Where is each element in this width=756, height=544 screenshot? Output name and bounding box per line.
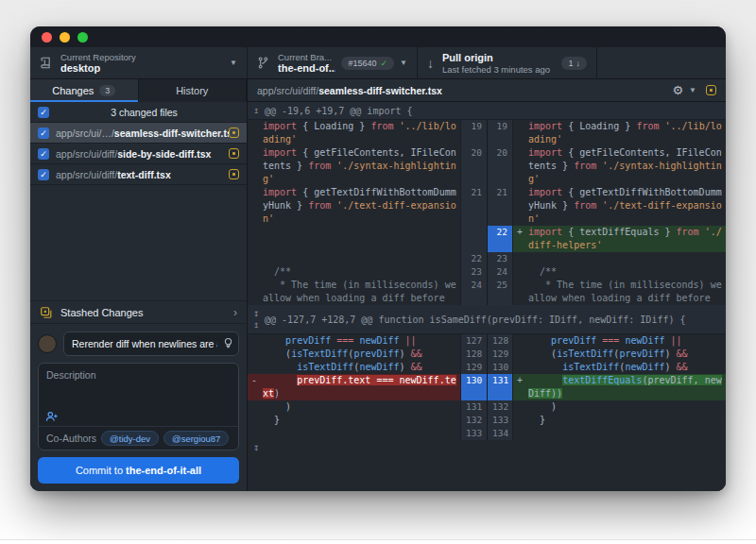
new-line-number[interactable]: 129 (487, 348, 513, 361)
diff-panel: app/src/ui/diff/seamless-diff-switcher.t… (248, 79, 726, 491)
old-code-cell: import { Loading } from '../lib/loading' (248, 120, 460, 146)
diff-row: }132133 } (248, 414, 726, 427)
diff-options-button[interactable]: ⚙▼ (672, 83, 696, 97)
old-line-number[interactable]: 132 (460, 414, 487, 427)
old-line-number[interactable]: 23 (460, 265, 487, 279)
new-code-cell: isTextDiff(newDiff) && (513, 361, 726, 374)
new-line-number[interactable]: 23 (487, 252, 513, 265)
diff-row: /**2324 /** (248, 265, 726, 279)
new-line-number[interactable]: 20 (487, 146, 513, 186)
tab-history[interactable]: History (139, 79, 248, 102)
new-line-number[interactable]: 24 (487, 265, 513, 279)
select-all-checkbox[interactable]: ✓ (38, 107, 49, 118)
commit-form: Description Co-Authors @tidy-dev@sergiou… (30, 324, 247, 491)
pull-count-badge: 1 ↓ (561, 57, 587, 70)
current-repository-button[interactable]: Current Repository desktop ▼ (30, 47, 248, 78)
old-line-number[interactable]: 133 (460, 427, 487, 440)
new-line-number[interactable]: 21 (487, 186, 513, 226)
old-line-number[interactable]: 20 (460, 146, 487, 186)
changed-files-count: 3 changed files (49, 107, 239, 118)
old-line-number[interactable]: 131 (460, 400, 487, 414)
file-row[interactable]: ✓app/src/ui/…/seamless-diff-switcher.tsx (30, 123, 247, 144)
add-coauthor-icon[interactable] (45, 411, 59, 422)
lightbulb-icon[interactable] (223, 337, 233, 349)
new-line-number[interactable]: 132 (487, 400, 513, 414)
new-code-cell: (isTextDiff(prevDiff) && (513, 348, 726, 361)
hunk-header-text: @@ -127,7 +128,7 @@ function isSameDiff(… (265, 314, 726, 325)
stashed-changes-row[interactable]: Stashed Changes › (30, 300, 247, 324)
coauthor-pill[interactable]: @tidy-dev (101, 431, 159, 446)
hunk-header-text: @@ -19,6 +19,7 @@ import { (265, 106, 726, 116)
diff-row: isTextDiff(newDiff) &&129130 isTextDiff(… (248, 361, 726, 374)
expand-hunk-up-icon[interactable]: ↥ (253, 105, 259, 116)
close-window-button[interactable] (42, 32, 52, 42)
old-code-cell: } (248, 414, 460, 427)
zoom-window-button[interactable] (77, 32, 88, 42)
commit-description-input[interactable]: Description (39, 364, 238, 426)
new-line-number[interactable]: 19 (487, 120, 513, 146)
file-checkbox[interactable]: ✓ (38, 169, 49, 180)
expand-hunk-down-icon[interactable]: ↧ (253, 308, 259, 319)
tab-changes[interactable]: Changes 3 (30, 79, 139, 102)
old-line-number[interactable]: 21 (460, 186, 487, 226)
old-line-number[interactable]: 22 (460, 252, 487, 265)
new-code-cell: import { getFileContents, IFileContents … (513, 146, 726, 186)
branch-icon (257, 57, 269, 69)
new-line-number[interactable]: 22 (487, 226, 513, 252)
expand-hunk-down-icon[interactable]: ↧ (253, 442, 259, 453)
new-code-cell: import { getTextDiffWithBottomDummyHunk … (513, 186, 726, 226)
pull-subtitle: Last fetched 3 minutes ago (442, 64, 556, 75)
old-line-number[interactable]: 24 (460, 279, 487, 305)
old-code-cell: import { getTextDiffWithBottomDummyHunk … (248, 186, 460, 226)
diff-file-path: app/src/ui/diff/seamless-diff-switcher.t… (257, 85, 672, 96)
old-code-cell: * The time (in milliseconds) we allow wh… (248, 279, 460, 305)
old-code-cell: isTextDiff(newDiff) && (248, 361, 460, 374)
modified-status-icon (229, 128, 239, 138)
new-line-number[interactable]: 131 (487, 374, 513, 400)
expand-hunk-up-icon[interactable]: ↥ (253, 319, 259, 331)
deleted-marker: - (251, 374, 257, 387)
commit-button[interactable]: Commit to the-end-of-it-all (38, 457, 239, 484)
chevron-down-icon: ▼ (689, 86, 696, 94)
new-line-number[interactable]: 134 (487, 427, 513, 440)
old-line-number[interactable]: 127 (460, 334, 487, 348)
diff-file-header: app/src/ui/diff/seamless-diff-switcher.t… (248, 79, 726, 102)
description-placeholder: Description (46, 369, 96, 381)
old-line-number[interactable]: 130 (460, 374, 487, 400)
repo-name: desktop (60, 62, 224, 75)
old-line-number[interactable]: 19 (460, 120, 487, 146)
diff-row: 133134 (248, 427, 726, 440)
old-line-number[interactable] (460, 226, 487, 252)
file-row[interactable]: ✓app/src/ui/diff/text-diff.tsx (30, 164, 247, 185)
old-line-number[interactable]: 128 (460, 348, 487, 361)
coauthors-label: Co-Authors (46, 433, 96, 444)
badge-arrow-down-icon: ↓ (576, 59, 581, 68)
new-line-number[interactable]: 130 (487, 361, 513, 374)
old-code-cell (248, 427, 460, 440)
new-line-number[interactable]: 25 (487, 279, 513, 305)
changes-history-tabs: Changes 3 History (30, 79, 247, 102)
old-code-cell: prevDiff === newDiff || (248, 334, 460, 348)
avatar (38, 334, 57, 353)
pull-origin-button[interactable]: ↓ Pull origin Last fetched 3 minutes ago… (418, 47, 597, 78)
file-path: app/src/ui/…/seamless-diff-switcher.tsx (56, 128, 229, 139)
commit-summary-input[interactable] (63, 332, 239, 356)
old-line-number[interactable]: 129 (460, 361, 487, 374)
new-line-number[interactable]: 128 (487, 334, 513, 348)
new-code-cell: /** (513, 265, 726, 279)
commit-description-box: Description Co-Authors @tidy-dev@sergiou… (38, 363, 239, 450)
diff-row: (isTextDiff(prevDiff) &&128129 (isTextDi… (248, 348, 726, 361)
current-branch-button[interactable]: Current Bra... the-end-of... #15640 ✓ ▼ (248, 47, 418, 78)
new-code-cell: import { Loading } from '../lib/loading' (513, 120, 726, 146)
repo-icon (40, 57, 52, 69)
file-checkbox[interactable]: ✓ (38, 128, 49, 139)
minimize-window-button[interactable] (60, 32, 70, 42)
coauthor-pill[interactable]: @sergiou87 (163, 431, 229, 446)
changed-files-list: ✓app/src/ui/…/seamless-diff-switcher.tsx… (30, 123, 247, 185)
stash-icon (40, 306, 53, 319)
pull-title: Pull origin (442, 52, 556, 64)
file-row[interactable]: ✓app/src/ui/diff/side-by-side-diff.tsx (30, 144, 247, 164)
added-marker: + (517, 374, 523, 387)
new-line-number[interactable]: 133 (487, 414, 513, 427)
file-checkbox[interactable]: ✓ (38, 148, 49, 160)
